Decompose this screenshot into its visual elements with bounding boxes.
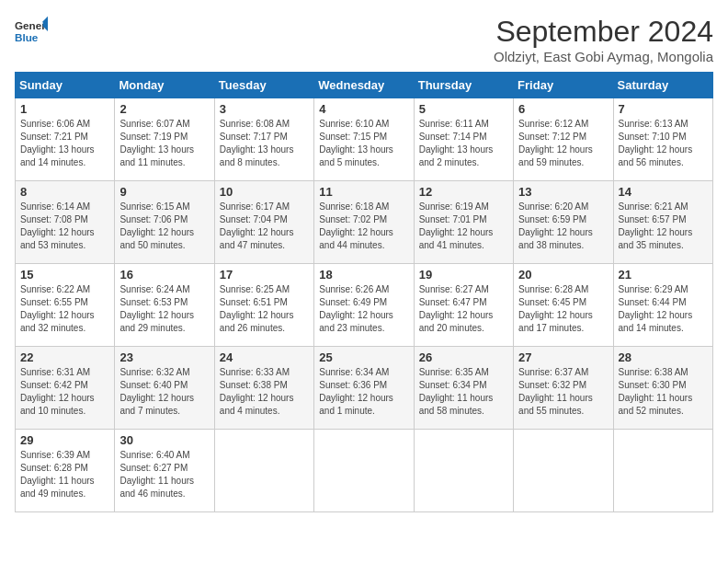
cell-content: Sunrise: 6:26 AMSunset: 6:49 PMDaylight:… [319,283,408,335]
day-number: 29 [20,433,109,447]
calendar-cell [514,430,613,512]
cell-content: Sunrise: 6:06 AMSunset: 7:21 PMDaylight:… [20,118,109,169]
cell-content: Sunrise: 6:29 AMSunset: 6:44 PMDaylight:… [619,283,708,335]
calendar-table: SundayMondayTuesdayWednesdayThursdayFrid… [15,72,713,512]
day-number: 25 [319,350,408,364]
day-number: 15 [20,268,109,282]
logo-icon: General Blue [15,15,48,48]
cell-content: Sunrise: 6:38 AMSunset: 6:30 PMDaylight:… [619,366,708,418]
calendar-cell: 24Sunrise: 6:33 AMSunset: 6:38 PMDayligh… [214,347,313,430]
cell-content: Sunrise: 6:22 AMSunset: 6:55 PMDaylight:… [20,283,109,335]
calendar-cell: 17Sunrise: 6:25 AMSunset: 6:51 PMDayligh… [214,264,313,347]
cell-content: Sunrise: 6:11 AMSunset: 7:14 PMDaylight:… [419,118,508,169]
calendar-cell: 20Sunrise: 6:28 AMSunset: 6:45 PMDayligh… [514,264,613,347]
logo: General Blue [15,15,48,48]
day-header-friday: Friday [514,73,613,98]
location: Oldziyt, East Gobi Aymag, Mongolia [494,49,713,64]
calendar-cell: 22Sunrise: 6:31 AMSunset: 6:42 PMDayligh… [16,347,115,430]
calendar-cell: 12Sunrise: 6:19 AMSunset: 7:01 PMDayligh… [414,181,513,264]
day-number: 26 [419,350,508,364]
cell-content: Sunrise: 6:21 AMSunset: 6:57 PMDaylight:… [619,201,708,252]
day-header-saturday: Saturday [613,73,712,98]
calendar-cell: 16Sunrise: 6:24 AMSunset: 6:53 PMDayligh… [115,264,214,347]
day-number: 27 [518,350,608,364]
day-number: 22 [20,350,109,364]
day-number: 7 [619,102,708,116]
svg-text:Blue: Blue [15,31,39,43]
calendar-cell [214,430,313,512]
cell-content: Sunrise: 6:19 AMSunset: 7:01 PMDaylight:… [419,201,508,252]
cell-content: Sunrise: 6:31 AMSunset: 6:42 PMDaylight:… [20,366,109,418]
day-number: 2 [119,102,209,116]
cell-content: Sunrise: 6:15 AMSunset: 7:06 PMDaylight:… [119,201,209,252]
day-number: 23 [119,350,209,364]
calendar-cell [414,430,513,512]
month-year: September 2024 [494,15,713,49]
calendar-cell: 28Sunrise: 6:38 AMSunset: 6:30 PMDayligh… [613,347,712,430]
calendar-cell: 3Sunrise: 6:08 AMSunset: 7:17 PMDaylight… [214,98,313,181]
day-number: 28 [619,350,708,364]
calendar-cell: 15Sunrise: 6:22 AMSunset: 6:55 PMDayligh… [16,264,115,347]
day-number: 9 [119,185,209,199]
calendar-cell: 9Sunrise: 6:15 AMSunset: 7:06 PMDaylight… [115,181,214,264]
calendar-cell: 18Sunrise: 6:26 AMSunset: 6:49 PMDayligh… [314,264,414,347]
calendar-cell: 27Sunrise: 6:37 AMSunset: 6:32 PMDayligh… [514,347,613,430]
cell-content: Sunrise: 6:33 AMSunset: 6:38 PMDaylight:… [220,366,309,418]
day-number: 10 [220,185,309,199]
calendar-cell: 23Sunrise: 6:32 AMSunset: 6:40 PMDayligh… [115,347,214,430]
calendar-cell: 13Sunrise: 6:20 AMSunset: 6:59 PMDayligh… [514,181,613,264]
cell-content: Sunrise: 6:34 AMSunset: 6:36 PMDaylight:… [319,366,408,418]
day-number: 11 [319,185,408,199]
day-number: 6 [518,102,608,116]
day-number: 8 [20,185,109,199]
day-number: 17 [220,268,309,282]
calendar-cell: 26Sunrise: 6:35 AMSunset: 6:34 PMDayligh… [414,347,513,430]
calendar-cell [613,430,712,512]
cell-content: Sunrise: 6:20 AMSunset: 6:59 PMDaylight:… [518,201,608,252]
day-number: 1 [20,102,109,116]
calendar-cell: 21Sunrise: 6:29 AMSunset: 6:44 PMDayligh… [613,264,712,347]
day-header-wednesday: Wednesday [314,73,414,98]
cell-content: Sunrise: 6:28 AMSunset: 6:45 PMDaylight:… [518,283,608,335]
day-number: 24 [220,350,309,364]
day-header-thursday: Thursday [414,73,513,98]
calendar-cell: 11Sunrise: 6:18 AMSunset: 7:02 PMDayligh… [314,181,414,264]
calendar-cell: 6Sunrise: 6:12 AMSunset: 7:12 PMDaylight… [514,98,613,181]
cell-content: Sunrise: 6:32 AMSunset: 6:40 PMDaylight:… [119,366,209,418]
cell-content: Sunrise: 6:39 AMSunset: 6:28 PMDaylight:… [20,449,109,500]
calendar-header: SundayMondayTuesdayWednesdayThursdayFrid… [16,73,713,98]
cell-content: Sunrise: 6:17 AMSunset: 7:04 PMDaylight:… [220,201,309,252]
title-block: September 2024 Oldziyt, East Gobi Aymag,… [494,15,713,64]
calendar-cell: 19Sunrise: 6:27 AMSunset: 6:47 PMDayligh… [414,264,513,347]
day-number: 18 [319,268,408,282]
cell-content: Sunrise: 6:13 AMSunset: 7:10 PMDaylight:… [619,118,708,169]
day-number: 30 [119,433,209,447]
calendar-cell [314,430,414,512]
cell-content: Sunrise: 6:25 AMSunset: 6:51 PMDaylight:… [220,283,309,335]
day-number: 13 [518,185,608,199]
cell-content: Sunrise: 6:08 AMSunset: 7:17 PMDaylight:… [220,118,309,169]
cell-content: Sunrise: 6:37 AMSunset: 6:32 PMDaylight:… [518,366,608,418]
calendar-cell: 4Sunrise: 6:10 AMSunset: 7:15 PMDaylight… [314,98,414,181]
day-number: 19 [419,268,508,282]
calendar-cell: 29Sunrise: 6:39 AMSunset: 6:28 PMDayligh… [16,430,115,512]
day-number: 20 [518,268,608,282]
calendar-cell: 10Sunrise: 6:17 AMSunset: 7:04 PMDayligh… [214,181,313,264]
calendar-cell: 5Sunrise: 6:11 AMSunset: 7:14 PMDaylight… [414,98,513,181]
day-number: 12 [419,185,508,199]
day-number: 14 [619,185,708,199]
calendar-cell: 25Sunrise: 6:34 AMSunset: 6:36 PMDayligh… [314,347,414,430]
cell-content: Sunrise: 6:07 AMSunset: 7:19 PMDaylight:… [119,118,209,169]
cell-content: Sunrise: 6:27 AMSunset: 6:47 PMDaylight:… [419,283,508,335]
cell-content: Sunrise: 6:10 AMSunset: 7:15 PMDaylight:… [319,118,408,169]
page-header: General Blue September 2024 Oldziyt, Eas… [15,15,713,64]
day-number: 5 [419,102,508,116]
calendar-cell: 14Sunrise: 6:21 AMSunset: 6:57 PMDayligh… [613,181,712,264]
day-number: 16 [119,268,209,282]
cell-content: Sunrise: 6:40 AMSunset: 6:27 PMDaylight:… [119,449,209,500]
cell-content: Sunrise: 6:14 AMSunset: 7:08 PMDaylight:… [20,201,109,252]
calendar-cell: 1Sunrise: 6:06 AMSunset: 7:21 PMDaylight… [16,98,115,181]
day-header-tuesday: Tuesday [214,73,313,98]
cell-content: Sunrise: 6:35 AMSunset: 6:34 PMDaylight:… [419,366,508,418]
day-number: 3 [220,102,309,116]
